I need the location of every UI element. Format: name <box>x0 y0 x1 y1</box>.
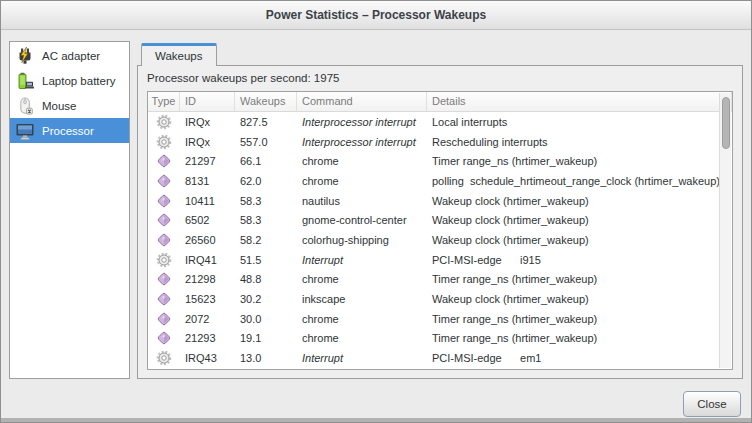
wakeups-cell: 51.5 <box>235 254 297 266</box>
laptop-battery-icon <box>14 70 36 92</box>
wakeups-table: TypeIDWakeupsCommandDetails IRQx827.5Int… <box>147 91 733 370</box>
column-header-id[interactable]: ID <box>180 92 235 111</box>
table-body: IRQx827.5Interprocessor interruptLocal i… <box>148 112 732 368</box>
gear-icon <box>156 350 172 366</box>
wakeups-cell: 62.0 <box>235 175 297 187</box>
wakeups-cell: 557.0 <box>235 136 297 148</box>
mouse-icon <box>14 95 36 117</box>
diamond-icon <box>156 311 172 327</box>
column-header-command[interactable]: Command <box>297 92 427 111</box>
wakeups-cell: 30.0 <box>235 313 297 325</box>
sidebar-item-ac-adapter[interactable]: AC adapter <box>10 43 129 68</box>
id-cell: IRQ43 <box>180 352 235 364</box>
vertical-scrollbar[interactable] <box>719 93 731 368</box>
sidebar-item-label: Processor <box>42 125 94 137</box>
titlebar[interactable]: Power Statistics – Processor Wakeups <box>1 1 751 30</box>
diamond-icon <box>156 291 172 307</box>
tab-wakeups[interactable]: Wakeups <box>141 43 217 66</box>
wakeups-cell: 30.2 <box>235 293 297 305</box>
ac-adapter-icon <box>14 45 36 67</box>
details-cell: Rescheduling interrupts <box>427 136 732 148</box>
diamond-icon <box>156 173 172 189</box>
command-cell: inkscape <box>297 293 427 305</box>
id-cell: 26560 <box>180 234 235 246</box>
id-cell: IRQ41 <box>180 254 235 266</box>
sidebar-item-processor[interactable]: Processor <box>10 118 129 143</box>
table-row[interactable]: 2129319.1chromeTimer range_ns (hrtimer_w… <box>148 329 732 349</box>
type-cell <box>148 350 180 366</box>
sidebar-item-laptop-battery[interactable]: Laptop battery <box>10 68 129 93</box>
wakeups-cell: 13.0 <box>235 352 297 364</box>
wakeups-cell: 827.5 <box>235 116 297 128</box>
details-cell: Timer range_ns (hrtimer_wakeup) <box>427 155 732 167</box>
wakeups-cell: 58.2 <box>235 234 297 246</box>
command-cell: colorhug-shipping <box>297 234 427 246</box>
column-header-wakeups[interactable]: Wakeups <box>235 92 297 111</box>
wakeups-cell: 58.3 <box>235 214 297 226</box>
column-header-details[interactable]: Details <box>427 92 732 111</box>
diamond-icon <box>156 232 172 248</box>
window-bottom-edge <box>1 418 751 422</box>
type-cell <box>148 271 180 287</box>
id-cell: 8131 <box>180 175 235 187</box>
command-cell: Interprocessor interrupt <box>297 136 427 148</box>
sidebar-item-mouse[interactable]: Mouse <box>10 93 129 118</box>
device-list: AC adapter Laptop battery Mouse <box>9 41 130 379</box>
type-cell <box>148 153 180 169</box>
details-cell: Timer range_ns (hrtimer_wakeup) <box>427 273 732 285</box>
id-cell: 2072 <box>180 313 235 325</box>
table-row[interactable]: IRQ4313.0InterruptPCI-MSI-edge em1 <box>148 348 732 368</box>
id-cell: 6502 <box>180 214 235 226</box>
table-row[interactable]: 1562330.2inkscapeWakeup clock (hrtimer_w… <box>148 289 732 309</box>
table-row[interactable]: 650258.3gnome-control-centerWakeup clock… <box>148 210 732 230</box>
type-cell <box>148 330 180 346</box>
details-cell: PCI-MSI-edge i915 <box>427 254 732 266</box>
wakeups-cell: 19.1 <box>235 332 297 344</box>
gear-icon <box>156 134 172 150</box>
table-row[interactable]: IRQx827.5Interprocessor interruptLocal i… <box>148 112 732 132</box>
id-cell: 21298 <box>180 273 235 285</box>
scrollbar-thumb[interactable] <box>722 97 730 149</box>
table-row[interactable]: 813162.0chromepolling schedule_hrtimeout… <box>148 171 732 191</box>
table-row[interactable]: 2129848.8chromeTimer range_ns (hrtimer_w… <box>148 270 732 290</box>
type-cell <box>148 193 180 209</box>
command-cell: chrome <box>297 332 427 344</box>
close-button[interactable]: Close <box>683 391 741 417</box>
command-cell: Interrupt <box>297 352 427 364</box>
diamond-icon <box>156 271 172 287</box>
command-cell: chrome <box>297 313 427 325</box>
table-row[interactable]: 207230.0chromeTimer range_ns (hrtimer_wa… <box>148 309 732 329</box>
command-cell: nautilus <box>297 195 427 207</box>
processor-icon <box>14 120 36 142</box>
tab-label: Wakeups <box>155 50 203 62</box>
wakeups-summary: Processor wakeups per second: 1975 <box>147 72 339 84</box>
diamond-icon <box>156 193 172 209</box>
id-cell: 21297 <box>180 155 235 167</box>
id-cell: 10411 <box>180 195 235 207</box>
table-row[interactable]: 1041158.3nautilusWakeup clock (hrtimer_w… <box>148 191 732 211</box>
wakeups-cell: 48.8 <box>235 273 297 285</box>
details-cell: Wakeup clock (hrtimer_wakeup) <box>427 195 732 207</box>
window-title: Power Statistics – Processor Wakeups <box>266 8 486 22</box>
details-cell: Wakeup clock (hrtimer_wakeup) <box>427 234 732 246</box>
command-cell: Interrupt <box>297 254 427 266</box>
gear-icon <box>156 114 172 130</box>
type-cell <box>148 311 180 327</box>
command-cell: Interprocessor interrupt <box>297 116 427 128</box>
id-cell: IRQx <box>180 136 235 148</box>
column-header-type[interactable]: Type <box>148 92 180 111</box>
details-cell: Timer range_ns (hrtimer_wakeup) <box>427 332 732 344</box>
details-cell: Wakeup clock (hrtimer_wakeup) <box>427 214 732 226</box>
table-row[interactable]: 2656058.2colorhug-shippingWakeup clock (… <box>148 230 732 250</box>
type-cell <box>148 212 180 228</box>
power-statistics-window: Power Statistics – Processor Wakeups AC … <box>0 0 752 423</box>
type-cell <box>148 114 180 130</box>
details-cell: Wakeup clock (hrtimer_wakeup) <box>427 293 732 305</box>
table-row[interactable]: 2129766.1chromeTimer range_ns (hrtimer_w… <box>148 151 732 171</box>
table-row[interactable]: IRQ4151.5InterruptPCI-MSI-edge i915 <box>148 250 732 270</box>
table-row[interactable]: IRQx557.0Interprocessor interruptResched… <box>148 132 732 152</box>
command-cell: gnome-control-center <box>297 214 427 226</box>
details-cell: Local interrupts <box>427 116 732 128</box>
details-cell: polling schedule_hrtimeout_range_clock (… <box>427 175 732 187</box>
type-cell <box>148 232 180 248</box>
